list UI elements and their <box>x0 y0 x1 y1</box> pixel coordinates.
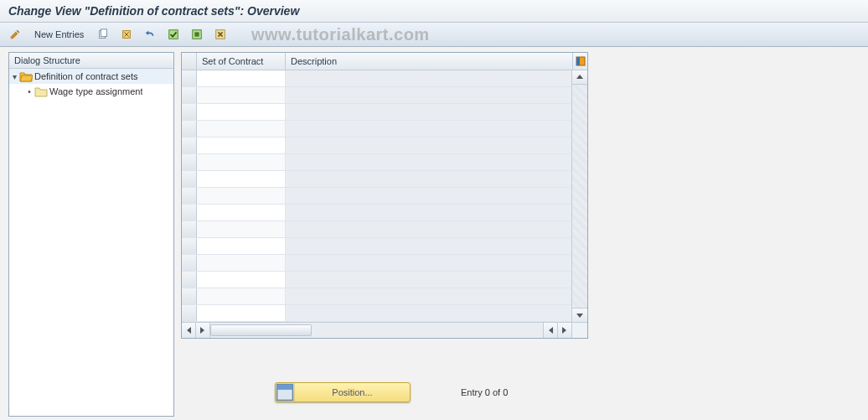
dialog-structure-header: Dialog Structure <box>9 53 173 69</box>
select-all-icon <box>168 29 179 40</box>
overview-table: Set of Contract Description <box>181 52 588 339</box>
tree-node-definition-of-contract-sets[interactable]: ▾ Definition of contract sets <box>9 69 173 84</box>
scroll-left-button[interactable] <box>182 323 196 338</box>
scroll-up-button[interactable] <box>572 70 587 85</box>
cell-set-of-contract[interactable] <box>197 305 286 321</box>
cell-set-of-contract[interactable] <box>197 121 286 137</box>
application-toolbar: New Entries www.tutorialkart.com <box>0 23 868 47</box>
main-area: Dialog Structure ▾ Definition of contrac… <box>0 47 868 420</box>
row-selector-cell[interactable] <box>182 171 197 187</box>
table-row[interactable] <box>182 121 571 137</box>
cell-description[interactable] <box>286 137 571 153</box>
scroll-down-button[interactable] <box>572 308 587 322</box>
table-configuration-button[interactable] <box>572 53 587 70</box>
hscroll-thumb[interactable] <box>210 324 312 336</box>
select-block-button[interactable] <box>187 25 207 44</box>
cell-description[interactable] <box>286 288 571 304</box>
row-selector-cell[interactable] <box>182 272 197 288</box>
tree-node-wage-type-assignment[interactable]: • Wage type assignment <box>9 84 173 99</box>
table-row[interactable] <box>182 255 571 272</box>
row-selector-cell[interactable] <box>182 137 197 153</box>
new-entries-button[interactable]: New Entries <box>28 25 90 44</box>
table-row[interactable] <box>182 205 571 221</box>
cell-set-of-contract[interactable] <box>197 171 286 187</box>
table-row[interactable] <box>182 171 571 188</box>
cell-set-of-contract[interactable] <box>197 70 286 86</box>
chevron-left-icon <box>546 326 555 334</box>
row-selector-cell[interactable] <box>182 188 197 204</box>
table-row[interactable] <box>182 272 571 288</box>
folder-closed-icon <box>34 86 48 97</box>
cell-description[interactable] <box>286 188 571 204</box>
row-selector-cell[interactable] <box>182 305 197 321</box>
column-header-description[interactable]: Description <box>286 53 572 70</box>
deselect-all-icon <box>214 29 226 40</box>
cell-set-of-contract[interactable] <box>197 221 286 237</box>
table-row[interactable] <box>182 305 571 322</box>
cell-set-of-contract[interactable] <box>197 255 286 271</box>
scroll-track[interactable] <box>572 85 587 308</box>
row-selector-cell[interactable] <box>182 104 197 120</box>
hscroll-track[interactable] <box>210 323 543 338</box>
select-all-button[interactable] <box>163 25 183 44</box>
row-selector-cell[interactable] <box>182 221 197 237</box>
tree-collapse-icon[interactable]: ▾ <box>9 72 19 81</box>
position-button[interactable]: Position... <box>275 382 411 402</box>
cell-description[interactable] <box>286 255 571 271</box>
table-footer: Position... Entry 0 of 0 <box>174 382 868 402</box>
cell-set-of-contract[interactable] <box>197 272 286 288</box>
cell-set-of-contract[interactable] <box>197 238 286 254</box>
cell-description[interactable] <box>286 154 571 170</box>
column-header-label: Set of Contract <box>202 56 263 66</box>
vertical-scrollbar[interactable] <box>571 70 587 322</box>
cell-set-of-contract[interactable] <box>197 87 286 103</box>
cell-description[interactable] <box>286 305 571 321</box>
table-row[interactable] <box>182 221 571 238</box>
row-selector-cell[interactable] <box>182 154 197 170</box>
cell-description[interactable] <box>286 272 571 288</box>
cell-description[interactable] <box>286 205 571 220</box>
cell-description[interactable] <box>286 171 571 187</box>
horizontal-scrollbar[interactable] <box>182 322 587 338</box>
cell-description[interactable] <box>286 238 571 254</box>
cell-description[interactable] <box>286 121 571 137</box>
table-row[interactable] <box>182 70 571 87</box>
cell-set-of-contract[interactable] <box>197 154 286 170</box>
table-row[interactable] <box>182 288 571 305</box>
row-selector-cell[interactable] <box>182 238 197 254</box>
cell-set-of-contract[interactable] <box>197 188 286 204</box>
cell-description[interactable] <box>286 221 571 237</box>
row-selector-cell[interactable] <box>182 255 197 271</box>
table-row[interactable] <box>182 154 571 171</box>
cell-description[interactable] <box>286 104 571 120</box>
row-selector-cell[interactable] <box>182 70 197 86</box>
table-settings-icon <box>576 56 586 66</box>
undo-change-button[interactable] <box>140 25 160 44</box>
cell-set-of-contract[interactable] <box>197 137 286 153</box>
delete-button[interactable] <box>116 25 137 44</box>
table-row[interactable] <box>182 238 571 255</box>
cell-set-of-contract[interactable] <box>197 288 286 304</box>
toggle-display-change-button[interactable] <box>5 25 25 44</box>
cell-set-of-contract[interactable] <box>197 205 286 220</box>
row-selector-cell[interactable] <box>182 87 197 103</box>
table-row[interactable] <box>182 188 571 205</box>
cell-description[interactable] <box>286 70 571 86</box>
scroll-right-button[interactable] <box>557 323 571 338</box>
deselect-all-button[interactable] <box>210 25 230 44</box>
row-selector-cell[interactable] <box>182 288 197 304</box>
chevron-down-icon <box>576 311 584 319</box>
table-row[interactable] <box>182 104 571 121</box>
scroll-first-button[interactable] <box>196 323 210 338</box>
row-selector-cell[interactable] <box>182 121 197 137</box>
entry-count-text: Entry 0 of 0 <box>461 387 508 397</box>
copy-as-button[interactable] <box>93 25 113 44</box>
table-row[interactable] <box>182 137 571 154</box>
column-header-set-of-contract[interactable]: Set of Contract <box>197 53 286 70</box>
cell-description[interactable] <box>286 87 571 103</box>
row-selector-cell[interactable] <box>182 205 197 220</box>
table-row[interactable] <box>182 87 571 104</box>
scroll-last-button[interactable] <box>543 323 557 338</box>
cell-set-of-contract[interactable] <box>197 104 286 120</box>
row-selector-header[interactable] <box>182 53 197 70</box>
